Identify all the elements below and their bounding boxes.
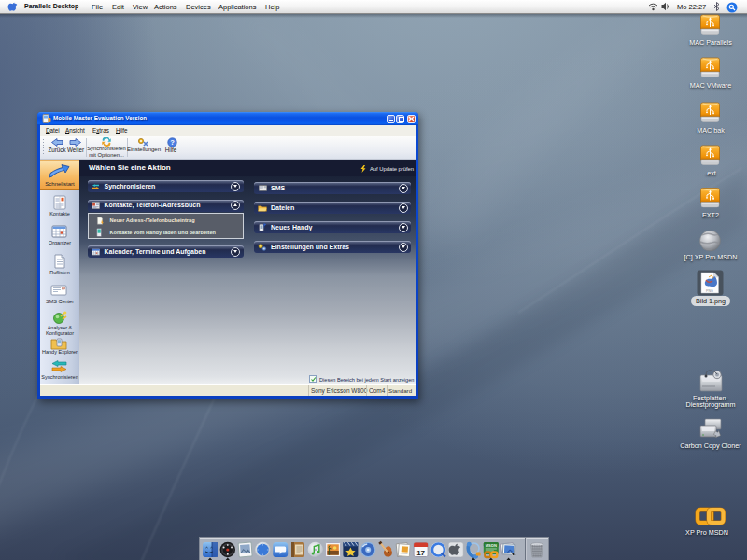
svg-text:17: 17 <box>416 549 425 557</box>
svg-text:PNG: PNG <box>706 289 713 293</box>
svg-text:MSDN: MSDN <box>486 543 497 548</box>
